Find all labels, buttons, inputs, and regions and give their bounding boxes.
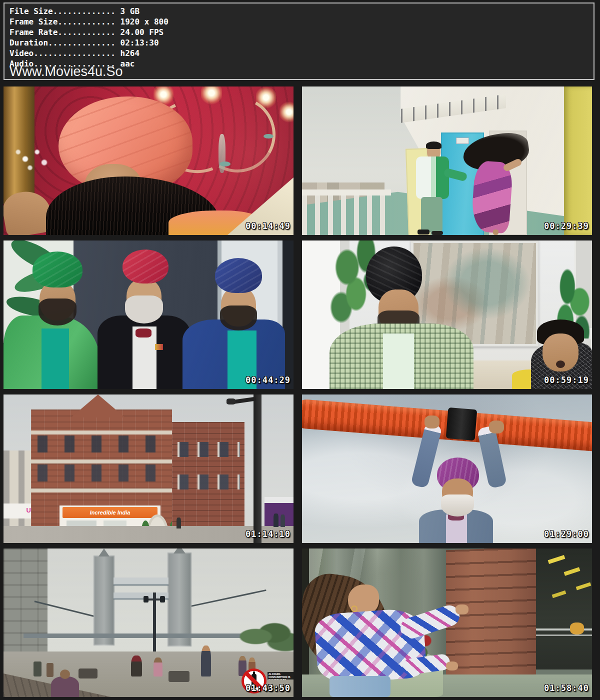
screenshot-6: 01:29:00 <box>302 394 592 543</box>
foreground-man <box>51 676 79 697</box>
sneeze-particles <box>11 142 58 176</box>
blue-jeans <box>330 676 390 697</box>
person-in-window <box>570 622 584 634</box>
screenshot-2: 00:29:39 <box>302 86 592 235</box>
timestamp-overlay: 01:29:00 <box>544 529 589 539</box>
cafe-chair <box>46 663 54 677</box>
alcohol-warning-label: ALCOHOL CONSUMPTION IS INJURIOUS TO HEAL… <box>268 672 294 680</box>
purple-shop <box>264 497 294 530</box>
media-info-sheet: File Size............. 3 GB Frame Size..… <box>0 0 600 700</box>
blue-door-sign <box>456 138 469 144</box>
incredible-india-sign-text: Incredible India <box>62 508 158 518</box>
screenshot-4: 00:59:19 <box>302 240 592 389</box>
man-pants <box>421 197 442 232</box>
bridge-tower <box>94 556 114 646</box>
dark-beard <box>38 298 76 326</box>
screenshot-3: 00:44:29 <box>4 240 294 389</box>
window-railing <box>536 634 592 636</box>
trees <box>240 618 294 654</box>
white-beard <box>125 296 163 324</box>
window-row <box>38 464 166 482</box>
woman-dress <box>470 160 514 234</box>
timestamp-overlay: 00:29:39 <box>544 221 589 231</box>
hoop-earring <box>351 606 358 612</box>
pedestrian <box>274 514 278 527</box>
chandelier-cup <box>220 162 230 166</box>
mint-shirt <box>383 334 414 389</box>
bottle-neck-glyph <box>253 672 255 676</box>
green-turban <box>32 252 82 288</box>
standing-waiter <box>201 646 211 676</box>
bridge-tower <box>168 552 192 646</box>
file-info-panel: File Size............. 3 GB Frame Size..… <box>4 2 594 80</box>
pedestrian <box>176 518 181 528</box>
timestamp-overlay-front: 01:43:50 <box>246 683 290 693</box>
cafe-chair <box>34 662 42 676</box>
teal-shirt <box>42 328 69 389</box>
cafe-table <box>78 668 98 678</box>
hand <box>456 604 468 614</box>
open-mouth <box>556 360 565 368</box>
info-line-video: Video................. h264 <box>10 48 140 58</box>
screenshot-8: 01:58:40 <box>302 548 592 697</box>
window-row <box>38 436 166 452</box>
timestamp-overlay: 00:14:49 <box>246 221 290 231</box>
candle-flame-glow <box>201 86 222 104</box>
man-sneaker <box>418 230 430 234</box>
candle-flame-glow <box>280 102 294 122</box>
screenshot-1: 00:14:49 <box>4 86 294 235</box>
lamp-post <box>254 394 262 543</box>
white-railing <box>302 190 391 235</box>
chandelier-stem <box>218 134 226 173</box>
woman-foot <box>493 230 498 235</box>
info-line-file-size: File Size............. 3 GB <box>10 6 140 16</box>
timestamp-overlay: 01:58:40 <box>544 683 589 693</box>
timestamp-overlay: 00:44:29 <box>246 375 290 385</box>
dark-beard <box>220 306 257 330</box>
gripping-hand <box>424 416 440 428</box>
hand <box>446 662 458 670</box>
info-line-frame-rate: Frame Rate............ 24.00 FPS <box>10 28 164 37</box>
site-watermark: Www.Movies4u.So <box>10 65 123 78</box>
dark-window <box>536 548 592 670</box>
white-beard <box>441 494 474 516</box>
foreground-man-head <box>60 670 70 679</box>
man-sneaker <box>432 231 443 235</box>
seated-woman <box>154 658 162 676</box>
timestamp-overlay: 01:14:10 <box>246 529 290 539</box>
red-turban <box>122 250 168 284</box>
lamp-head <box>226 398 236 404</box>
bridge-walkway <box>114 578 168 586</box>
screenshot-7: 01:43:50 ALCOHOL CONSUMPTION IS INJURIOU… <box>4 548 294 697</box>
chandelier-cup <box>264 134 274 138</box>
navy-turban <box>215 258 262 293</box>
stone-wall <box>4 548 48 668</box>
man-hair <box>426 142 442 149</box>
timestamp-overlay: 00:59:19 <box>544 375 589 385</box>
cafe-table <box>168 671 190 682</box>
window-row <box>178 442 240 457</box>
screenshot-5: UK Incredible India 01:14:10 <box>4 394 294 543</box>
lamp-head <box>144 596 148 602</box>
pocket-square <box>155 344 163 350</box>
lamp-head <box>160 596 165 602</box>
window-row <box>178 474 240 490</box>
man-track-jacket <box>416 156 449 199</box>
info-line-duration: Duration.............. 02:13:30 <box>10 38 159 48</box>
pedestrian <box>280 514 285 527</box>
yellow-end-wall <box>564 86 592 235</box>
bridge-deck <box>24 634 276 638</box>
seated-man-maroon-turban <box>131 656 142 676</box>
pipe-coupling <box>446 408 478 440</box>
maroon-cravat <box>136 328 152 338</box>
info-line-frame-size: Frame Size............ 1920 x 800 <box>10 17 168 26</box>
gripping-hand <box>489 420 504 434</box>
candle-flame-glow <box>256 86 276 108</box>
